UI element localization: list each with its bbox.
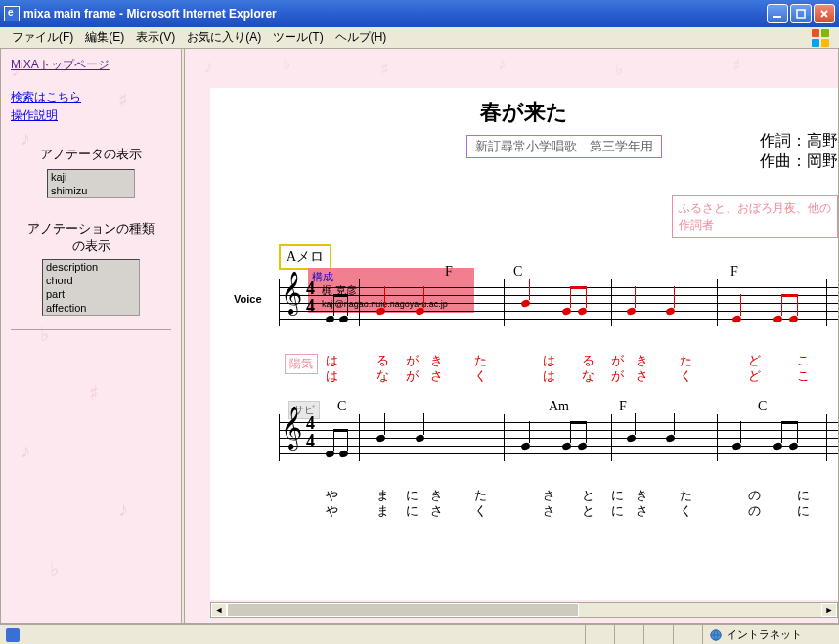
scroll-left-button[interactable]: ◄ (211, 603, 227, 617)
status-cell (673, 625, 702, 644)
menu-tools[interactable]: ツール(T) (267, 27, 329, 48)
horizontal-scrollbar[interactable]: ◄ ► (210, 602, 838, 618)
score-subtitle: 新訂尋常小学唱歌 第三学年用 (466, 135, 662, 158)
menu-help[interactable]: ヘルプ(H) (330, 27, 393, 48)
credit-music: 作曲：岡野 (760, 151, 838, 172)
status-cell (585, 625, 614, 644)
list-item[interactable]: chord (43, 274, 139, 287)
voice-label: Voice (234, 293, 262, 305)
chord-label: C (513, 264, 522, 279)
link-top-page[interactable]: MiXAトップページ (11, 57, 171, 73)
ie-icon (6, 628, 20, 642)
link-manual[interactable]: 操作説明 (11, 107, 171, 124)
window-titlebar: mixa main frame - Microsoft Internet Exp… (0, 0, 839, 27)
list-item[interactable]: shimizu (48, 184, 134, 197)
minimize-button[interactable] (767, 4, 788, 23)
content-area: ♪♭♯ ♪♭♯ 春が来た 新訂尋常小学唱歌 第三学年用 作詞：高野 作曲：岡野 … (185, 49, 838, 623)
maximize-button[interactable] (790, 4, 812, 23)
scroll-right-button[interactable]: ► (821, 603, 837, 617)
staff-line-1: 𝄞 44 (279, 279, 838, 326)
chord-label: F (730, 264, 738, 279)
annotator-listbox[interactable]: kaji shimizu (47, 169, 135, 198)
annotation-type-header: アノテーションの種類 の表示 (11, 220, 171, 255)
menu-edit[interactable]: 編集(E) (79, 27, 130, 48)
status-left (0, 625, 29, 644)
list-item[interactable]: part (43, 287, 139, 301)
intranet-icon (709, 628, 723, 642)
menu-view[interactable]: 表示(V) (130, 27, 181, 48)
annotator-header: アノテータの表示 (11, 146, 171, 163)
chord-label: Am (549, 399, 569, 414)
scroll-track[interactable] (227, 603, 821, 617)
treble-clef-icon: 𝄞 (281, 408, 302, 446)
menu-file[interactable]: ファイル(F) (6, 27, 79, 48)
list-item[interactable]: kaji (48, 170, 134, 184)
svg-rect-1 (797, 10, 805, 18)
scroll-thumb[interactable] (227, 603, 579, 617)
score-note-box: ふるさと、おぼろ月夜、他の作詞者 (672, 195, 838, 238)
svg-rect-0 (773, 16, 781, 18)
section-label-amelo[interactable]: Aメロ (279, 244, 331, 270)
list-item[interactable]: description (43, 260, 139, 274)
status-cell (614, 625, 643, 644)
window-buttons (767, 4, 835, 23)
score-credits: 作詞：高野 作曲：岡野 (760, 131, 838, 172)
menu-favorites[interactable]: お気に入り(A) (181, 27, 267, 48)
score-title: 春が来た (210, 98, 838, 127)
chord-label: F (619, 399, 627, 414)
windows-flag-icon (812, 29, 833, 47)
chord-label: C (758, 399, 767, 414)
status-cell (643, 625, 673, 644)
link-search[interactable]: 検索はこちら (11, 89, 171, 106)
time-signature: 44 (306, 414, 315, 450)
status-zone: イントラネット (702, 625, 839, 644)
status-bar: イントラネット (0, 624, 839, 644)
window-title: mixa main frame - Microsoft Internet Exp… (23, 7, 767, 21)
time-signature: 44 (306, 279, 315, 315)
treble-clef-icon: 𝄞 (281, 274, 302, 311)
sidebar: ♪♭♯ ♪♭♯ ♪♭♯ ♪♪♭ MiXAトップページ 検索はこちら 操作説明 ア… (1, 49, 181, 623)
mood-tag[interactable]: 陽気 (285, 354, 318, 374)
list-item[interactable]: affection (43, 301, 139, 315)
sidebar-background-notes: ♪♭♯ ♪♭♯ ♪♭♯ ♪♪♭ (1, 49, 181, 623)
client-area: ♪♭♯ ♪♭♯ ♪♭♯ ♪♪♭ MiXAトップページ 検索はこちら 操作説明 ア… (0, 49, 839, 624)
chord-label: F (445, 264, 453, 279)
sidebar-divider (11, 329, 171, 330)
status-zone-text: イントラネット (727, 627, 802, 642)
close-button[interactable] (814, 4, 835, 23)
staff-line-2: 𝄞 44 (279, 414, 838, 461)
score-sheet: 春が来た 新訂尋常小学唱歌 第三学年用 作詞：高野 作曲：岡野 ふるさと、おぼろ… (210, 88, 838, 600)
credit-lyric: 作詞：高野 (760, 131, 838, 151)
ie-icon (4, 6, 20, 21)
annotation-type-listbox[interactable]: description chord part affection (42, 259, 140, 316)
chord-label: C (337, 399, 346, 414)
menu-bar: ファイル(F) 編集(E) 表示(V) お気に入り(A) ツール(T) ヘルプ(… (0, 27, 839, 49)
